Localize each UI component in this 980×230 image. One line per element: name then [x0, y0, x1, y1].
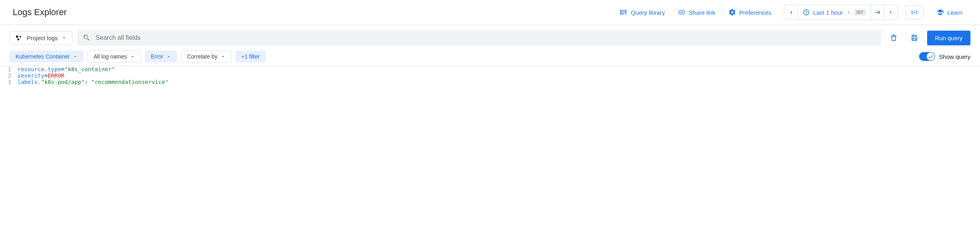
show-query-label: Show query [939, 53, 970, 60]
code-content[interactable]: labels."k8s-pod/app": "recommendationser… [15, 79, 168, 85]
svg-point-2 [19, 36, 21, 37]
run-query-button[interactable]: Run query [927, 31, 970, 45]
svg-point-3 [18, 39, 19, 41]
line-number: 3 [0, 79, 15, 85]
link-icon [678, 8, 686, 16]
query-editor[interactable]: 1resource.type="k8s_container"2severity=… [0, 66, 980, 85]
share-link-button[interactable]: Share link [673, 5, 720, 19]
severity-chip[interactable]: Error [145, 51, 177, 62]
chevron-down-icon [73, 54, 78, 59]
scope-dropdown[interactable]: Project logs [10, 31, 72, 45]
log-names-label: All log names [93, 53, 127, 60]
code-line[interactable]: 2severity=ERROR [0, 72, 980, 79]
chevron-down-icon [166, 54, 171, 59]
time-range-label: Last 1 hour [813, 9, 843, 16]
chevron-down-icon [62, 35, 66, 40]
code-line[interactable]: 3labels."k8s-pod/app": "recommendationse… [0, 79, 980, 85]
learn-label: Learn [947, 9, 962, 16]
code-content[interactable]: resource.type="k8s_container" [15, 66, 115, 72]
query-library-label: Query library [631, 9, 665, 16]
learn-icon [936, 8, 944, 16]
save-icon [910, 34, 918, 42]
scope-label: Project logs [27, 35, 58, 41]
stream-logs-button[interactable] [905, 5, 924, 19]
gear-icon [728, 8, 736, 16]
timezone-badge: IST [854, 9, 866, 16]
search-box[interactable] [77, 30, 881, 46]
correlate-label: Correlate by [187, 53, 217, 60]
stream-icon [910, 8, 918, 16]
code-content[interactable]: severity=ERROR [15, 72, 64, 79]
log-names-chip[interactable]: All log names [88, 51, 141, 62]
correlate-chip[interactable]: Correlate by [181, 51, 231, 62]
code-line[interactable]: 1resource.type="k8s_container" [0, 66, 980, 72]
clear-button[interactable] [886, 30, 902, 46]
preferences-label: Preferences [739, 9, 772, 16]
library-icon [620, 8, 628, 16]
time-range-next[interactable] [884, 5, 898, 19]
page-title: Logs Explorer [13, 7, 67, 18]
preferences-button[interactable]: Preferences [723, 5, 776, 19]
chevron-left-icon [788, 10, 794, 15]
resource-filter-label: Kubernetes Container [16, 53, 70, 60]
line-number: 2 [0, 72, 15, 79]
query-library-button[interactable]: Query library [615, 5, 670, 19]
chevron-down-icon [846, 10, 851, 15]
search-input[interactable] [95, 34, 875, 41]
line-number: 1 [0, 66, 15, 72]
time-range-prev[interactable] [784, 5, 798, 19]
scope-icon [16, 35, 23, 41]
show-query-toggle[interactable] [919, 52, 935, 61]
chevron-down-icon [221, 54, 226, 59]
severity-label: Error [151, 53, 163, 60]
jump-to-now[interactable] [871, 5, 884, 19]
share-link-label: Share link [689, 9, 716, 16]
arrow-end-icon [874, 9, 881, 16]
learn-button[interactable]: Learn [931, 5, 967, 19]
trash-icon [890, 34, 898, 42]
save-button[interactable] [906, 30, 922, 46]
chevron-right-icon [888, 10, 894, 15]
clock-icon [803, 9, 810, 16]
check-icon [928, 53, 934, 60]
add-filter-chip[interactable]: +1 filter [235, 51, 266, 62]
resource-filter-chip[interactable]: Kubernetes Container [10, 51, 84, 62]
time-range-picker: Last 1 hour IST [784, 5, 898, 20]
add-filter-label: +1 filter [241, 53, 260, 60]
time-range-button[interactable]: Last 1 hour IST [798, 5, 870, 19]
svg-point-1 [16, 35, 18, 38]
chevron-down-icon [130, 54, 135, 59]
search-icon [83, 34, 91, 42]
